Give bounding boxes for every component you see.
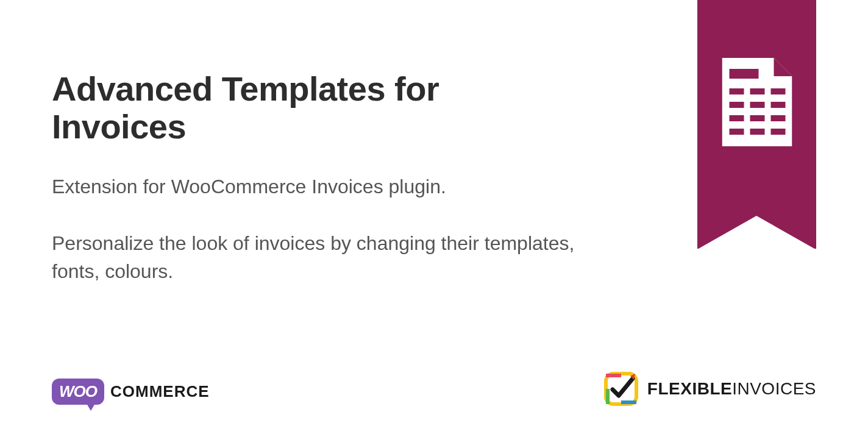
svg-rect-10 bbox=[729, 129, 744, 135]
page-title: Advanced Templates for Invoices bbox=[52, 70, 576, 145]
svg-rect-3 bbox=[770, 88, 785, 94]
svg-rect-14 bbox=[606, 374, 621, 377]
svg-rect-12 bbox=[770, 129, 785, 135]
svg-rect-0 bbox=[729, 69, 758, 79]
flexible-invoices-logo: FLEXIBLEINVOICES bbox=[603, 371, 816, 407]
document-icon bbox=[722, 58, 792, 146]
main-content: Advanced Templates for Invoices Extensio… bbox=[52, 70, 576, 313]
ribbon-banner bbox=[697, 0, 816, 249]
description-line-2: Personalize the look of invoices by chan… bbox=[52, 229, 576, 286]
commerce-label: COMMERCE bbox=[110, 382, 210, 401]
svg-rect-9 bbox=[770, 115, 785, 121]
svg-rect-8 bbox=[750, 115, 764, 121]
description-line-1: Extension for WooCommerce Invoices plugi… bbox=[52, 173, 576, 201]
woocommerce-logo: WOO COMMERCE bbox=[52, 376, 210, 407]
svg-rect-11 bbox=[750, 129, 764, 135]
svg-rect-2 bbox=[750, 88, 764, 94]
svg-rect-1 bbox=[729, 88, 744, 94]
description-block: Extension for WooCommerce Invoices plugi… bbox=[52, 173, 576, 285]
svg-rect-4 bbox=[729, 102, 744, 108]
svg-rect-6 bbox=[770, 102, 785, 108]
svg-rect-5 bbox=[750, 102, 764, 108]
flexible-label: FLEXIBLEINVOICES bbox=[647, 379, 816, 399]
flexible-suffix: INVOICES bbox=[732, 379, 816, 398]
flexible-prefix: FLEXIBLE bbox=[647, 379, 732, 398]
svg-rect-15 bbox=[606, 389, 610, 404]
svg-rect-7 bbox=[729, 115, 744, 121]
checkmark-icon bbox=[603, 371, 639, 407]
woo-badge: WOO bbox=[52, 379, 104, 405]
svg-rect-16 bbox=[621, 400, 636, 404]
